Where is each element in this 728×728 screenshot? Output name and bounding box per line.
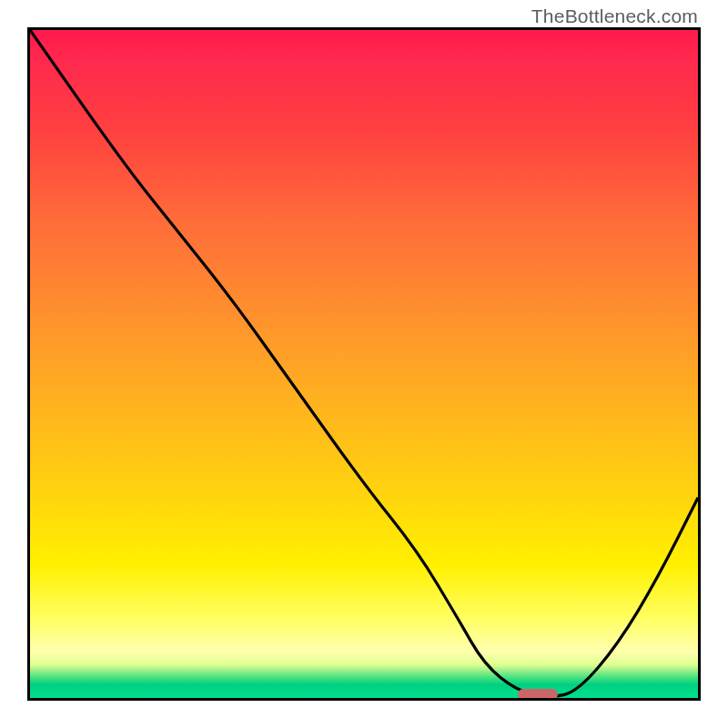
bottleneck-curve-path [30, 30, 698, 696]
chart-frame [27, 27, 701, 701]
optimum-marker [518, 689, 558, 700]
bottleneck-curve-svg [30, 30, 698, 698]
watermark-text: TheBottleneck.com [531, 5, 698, 27]
